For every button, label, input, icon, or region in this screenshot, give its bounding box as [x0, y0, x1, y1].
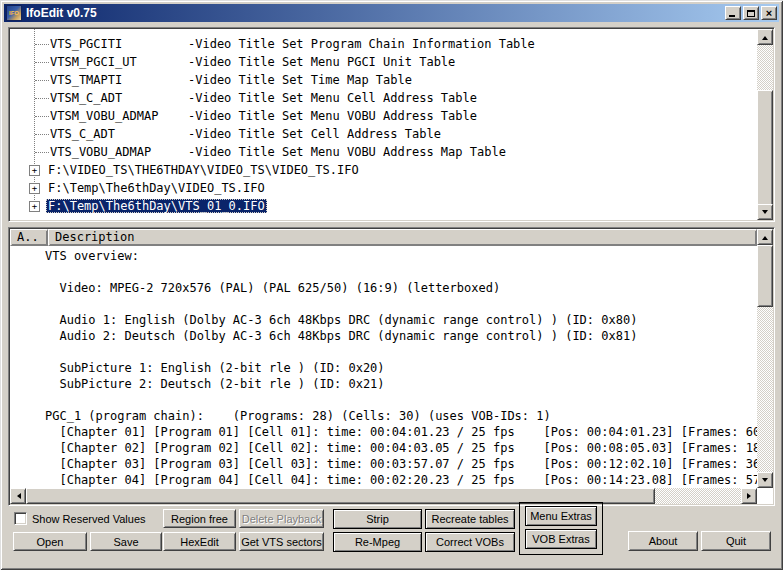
- region-free-button[interactable]: Region free: [163, 509, 236, 528]
- scroll-thumb[interactable]: [757, 90, 773, 206]
- hexedit-button[interactable]: HexEdit: [163, 532, 236, 551]
- arrow-right-icon: [747, 493, 754, 499]
- tree-item-vtsm_vobu_admap[interactable]: VTSM_VOBU_ADMAP-Video Title Set Menu VOB…: [10, 107, 757, 125]
- tree-item-description: -Video Title Set Time Map Table: [188, 73, 412, 87]
- arrow-down-icon: [762, 210, 768, 217]
- column-header-description[interactable]: Description: [48, 229, 757, 246]
- tree-item-name: VTS_C_ADT: [50, 125, 188, 143]
- list-line[interactable]: Video: MPEG-2 720x576 (PAL) (PAL 625/50)…: [45, 280, 757, 296]
- list-line[interactable]: SubPicture 1: English (2-bit rle ) (ID: …: [45, 360, 757, 376]
- column-header-address[interactable]: A..: [10, 229, 48, 246]
- expand-plus-icon[interactable]: +: [29, 183, 40, 194]
- arrow-up-icon: [762, 233, 768, 240]
- scroll-track[interactable]: [655, 488, 741, 504]
- list-header: A.. Description: [10, 229, 757, 246]
- tree-item-description: -Video Title Set Menu VOBU Address Map T…: [188, 145, 506, 159]
- description-list: VTS overview: Video: MPEG-2 720x576 (PAL…: [10, 246, 757, 488]
- ifoedit-app-icon: IFO: [6, 5, 22, 21]
- ifo-tree: VTS_PGCITI-Video Title Set Program Chain…: [10, 29, 757, 220]
- list-line[interactable]: [Chapter 03] [Program 03] [Cell 03]: tim…: [45, 456, 757, 472]
- tree-item-description: -Video Title Set Menu Cell Address Table: [188, 91, 477, 105]
- tree-file-item[interactable]: +F:\Temp\The6thDay\VTS_01_0.IFO: [10, 197, 757, 215]
- list-line[interactable]: [45, 344, 757, 360]
- window-title: IfoEdit v0.75: [26, 6, 725, 20]
- close-button[interactable]: ×: [761, 6, 777, 20]
- tree-item-vts_pgciti[interactable]: VTS_PGCITI-Video Title Set Program Chain…: [10, 35, 757, 53]
- list-line[interactable]: [45, 392, 757, 408]
- list-line[interactable]: [Chapter 02] [Program 02] [Cell 02]: tim…: [45, 440, 757, 456]
- re-mpeg-button[interactable]: Re-Mpeg: [333, 532, 422, 552]
- scroll-up-button[interactable]: [757, 229, 773, 245]
- arrow-down-icon: [762, 478, 768, 485]
- list-line[interactable]: Audio 2: Deutsch (Dolby AC-3 6ch 48Kbps …: [45, 328, 757, 344]
- ifo-tree-panel: VTS_PGCITI-Video Title Set Program Chain…: [8, 27, 775, 222]
- list-line[interactable]: SubPicture 2: Deutsch (2-bit rle ) (ID: …: [45, 376, 757, 392]
- vob-extras-button[interactable]: VOB Extras: [525, 529, 597, 549]
- about-button[interactable]: About: [628, 531, 698, 551]
- tree-item-description: -Video Title Set Menu PGCI Unit Table: [188, 55, 455, 69]
- scroll-right-button[interactable]: [741, 488, 757, 504]
- get-vts-sectors-button[interactable]: Get VTS sectors: [239, 532, 324, 551]
- tree-item-name: VTS_TMAPTI: [50, 71, 188, 89]
- menu-extras-button[interactable]: Menu Extras: [525, 506, 597, 526]
- expand-plus-icon[interactable]: +: [29, 165, 40, 176]
- minimize-icon: [729, 15, 735, 17]
- strip-button[interactable]: Strip: [333, 509, 422, 529]
- tree-item-vts_c_adt[interactable]: VTS_C_ADT-Video Title Set Cell Address T…: [10, 125, 757, 143]
- list-line[interactable]: Audio 1: English (Dolby AC-3 6ch 48Kbps …: [45, 312, 757, 328]
- list-vertical-scrollbar: [757, 229, 773, 488]
- open-button[interactable]: Open: [13, 532, 87, 551]
- tree-item-vtsm_c_adt[interactable]: VTSM_C_ADT-Video Title Set Menu Cell Add…: [10, 89, 757, 107]
- show-reserved-values-field: Show Reserved Values: [14, 512, 146, 525]
- close-icon: ×: [766, 8, 772, 18]
- tree-vertical-scrollbar: [757, 29, 773, 220]
- tree-file-path-selected[interactable]: F:\Temp\The6thDay\VTS_01_0.IFO: [46, 199, 267, 213]
- tree-item-description: -Video Title Set Cell Address Table: [188, 127, 441, 141]
- tree-file-item[interactable]: +F:\Temp\The6thDay\VIDEO_TS.IFO: [10, 179, 757, 197]
- scroll-thumb[interactable]: [757, 245, 773, 307]
- save-button[interactable]: Save: [90, 532, 162, 551]
- scroll-left-button[interactable]: [10, 488, 26, 504]
- tree-item-name: VTS_PGCITI: [50, 35, 188, 53]
- list-line[interactable]: [Chapter 01] [Program 01] [Cell 01]: tim…: [45, 424, 757, 440]
- list-line[interactable]: PGC_1 (program chain): (Programs: 28) (C…: [45, 408, 757, 424]
- scroll-track[interactable]: [757, 307, 773, 472]
- scroll-track[interactable]: [757, 45, 773, 90]
- list-line[interactable]: [45, 264, 757, 280]
- tree-item-name: VTSM_VOBU_ADMAP: [50, 107, 188, 125]
- tree-item-vts_tmapti[interactable]: VTS_TMAPTI-Video Title Set Time Map Tabl…: [10, 71, 757, 89]
- correct-vobs-button[interactable]: Correct VOBs: [425, 532, 515, 552]
- ifoedit-window: IFO IfoEdit v0.75 × VTS_PGCITI-Video Tit…: [0, 0, 783, 570]
- scroll-down-button[interactable]: [757, 204, 773, 220]
- arrow-up-icon: [762, 33, 768, 40]
- quit-button[interactable]: Quit: [701, 531, 771, 551]
- scroll-down-button[interactable]: [757, 472, 773, 488]
- tree-item-description: -Video Title Set Menu VOBU Address Table: [188, 109, 477, 123]
- delete-playback-button[interactable]: Delete Playback: [239, 509, 324, 528]
- tree-item-name: VTS_VOBU_ADMAP: [50, 143, 188, 161]
- description-list-panel: A.. Description VTS overview: Video: MPE…: [8, 227, 775, 506]
- arrow-left-icon: [14, 493, 21, 499]
- show-reserved-values-checkbox[interactable]: [14, 512, 27, 525]
- expand-plus-icon[interactable]: +: [29, 201, 40, 212]
- tree-file-path[interactable]: F:\VIDEO_TS\THE6THDAY\VIDEO_TS\VIDEO_TS.…: [46, 163, 361, 177]
- maximize-button[interactable]: [743, 6, 759, 20]
- minimize-button[interactable]: [725, 6, 741, 20]
- list-line[interactable]: [45, 296, 757, 312]
- list-line[interactable]: VTS overview:: [45, 248, 757, 264]
- tree-item-name: VTSM_C_ADT: [50, 89, 188, 107]
- maximize-icon: [747, 10, 755, 17]
- tree-item-vtsm_pgci_ut[interactable]: VTSM_PGCI_UT-Video Title Set Menu PGCI U…: [10, 53, 757, 71]
- show-reserved-values-label: Show Reserved Values: [32, 513, 146, 525]
- tree-item-vts_vobu_admap[interactable]: VTS_VOBU_ADMAP-Video Title Set Menu VOBU…: [10, 143, 757, 161]
- list-horizontal-scrollbar: [10, 488, 757, 504]
- tree-file-path[interactable]: F:\Temp\The6thDay\VIDEO_TS.IFO: [46, 181, 267, 195]
- tree-item-description: -Video Title Set Program Chain Informati…: [188, 37, 535, 51]
- recreate-tables-button[interactable]: Recreate tables: [425, 509, 515, 529]
- tree-file-item[interactable]: +F:\VIDEO_TS\THE6THDAY\VIDEO_TS\VIDEO_TS…: [10, 161, 757, 179]
- tree-item-name: VTSM_PGCI_UT: [50, 53, 188, 71]
- title-bar[interactable]: IFO IfoEdit v0.75 ×: [4, 4, 779, 22]
- scroll-up-button[interactable]: [757, 29, 773, 45]
- list-line[interactable]: [Chapter 04] [Program 04] [Cell 04]: tim…: [45, 472, 757, 488]
